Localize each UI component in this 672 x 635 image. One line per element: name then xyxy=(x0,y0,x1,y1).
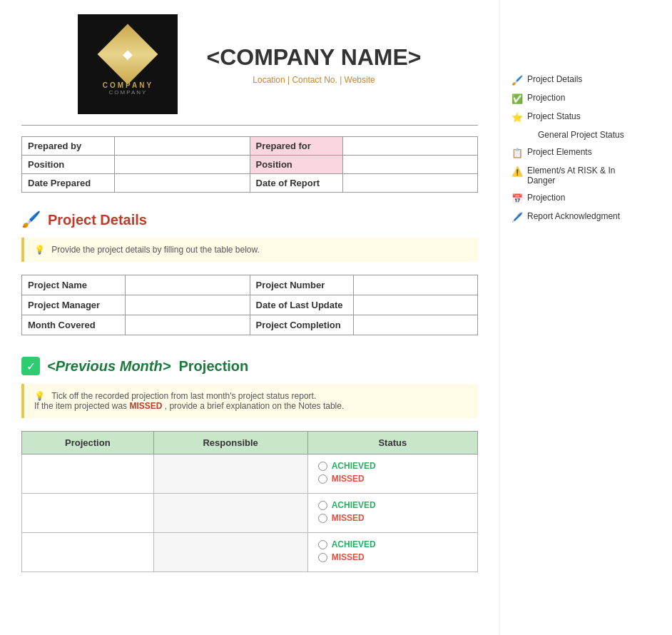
projection-checkbox-icon: ✓ xyxy=(21,357,40,375)
date-report-label: Date of Report xyxy=(250,174,342,193)
achieved-label-1: ACHIEVED xyxy=(332,500,376,510)
project-number-value[interactable] xyxy=(353,275,478,295)
position-label: Position xyxy=(22,156,115,174)
missed-radio-2[interactable] xyxy=(318,553,327,562)
projection-row: ACHIEVED MISSED xyxy=(22,533,478,572)
achieved-label-0: ACHIEVED xyxy=(332,461,376,471)
header-divider xyxy=(21,125,478,126)
sidebar-item-5[interactable]: ⚠️ Element/s At RISK & In Danger xyxy=(507,163,649,188)
project-details-table: Project Name Project Number Project Mana… xyxy=(21,275,478,335)
sidebar-item-2[interactable]: ⭐ Project Status xyxy=(507,108,649,126)
missed-label-1: MISSED xyxy=(332,513,365,523)
proj-cell-0[interactable] xyxy=(22,454,154,494)
project-completion-value[interactable] xyxy=(353,315,478,335)
status-cell-1: ACHIEVED MISSED xyxy=(307,494,477,533)
projection-heading: ✓ <Previous Month> Projection xyxy=(21,357,478,375)
achieved-label-2: ACHIEVED xyxy=(332,539,376,549)
sidebar-icon-4: 📋 xyxy=(511,148,523,158)
projection-table: Projection Responsible Status ACHIEVED M… xyxy=(21,431,478,572)
resp-cell-1[interactable] xyxy=(153,494,307,533)
date-prepared-label: Date Prepared xyxy=(22,174,115,193)
sidebar-label-2: Project Status xyxy=(527,111,581,121)
date-report-value[interactable] xyxy=(342,174,478,193)
achieved-option-0[interactable]: ACHIEVED xyxy=(318,461,472,471)
sidebar-item-3[interactable]: General Project Status xyxy=(507,127,649,143)
prepared-by-label: Prepared by xyxy=(22,137,115,156)
sidebar-icon-6: 📅 xyxy=(511,193,523,204)
sidebar-item-7[interactable]: 🖊️ Report Acknowledgment xyxy=(507,208,649,225)
missed-label-0: MISSED xyxy=(332,474,365,484)
sidebar-label-7: Report Acknowledgment xyxy=(527,211,620,221)
project-details-hint: 💡 Provide the project details by filling… xyxy=(21,238,478,262)
sidebar-label-4: Project Elements xyxy=(527,147,592,157)
prepared-for-label: Prepared for xyxy=(250,137,342,156)
missed-option-1[interactable]: MISSED xyxy=(318,513,472,523)
sidebar-icon-5: ⚠️ xyxy=(511,166,523,177)
logo-box: ◆ COMPANY COMPANY xyxy=(78,14,178,114)
missed-option-0[interactable]: MISSED xyxy=(318,474,472,484)
achieved-radio-2[interactable] xyxy=(318,540,327,549)
proj-cell-2[interactable] xyxy=(22,533,154,572)
sidebar-label-6: Projection xyxy=(527,193,565,203)
missed-label-2: MISSED xyxy=(332,552,365,562)
sidebar-label-0: Project Details xyxy=(527,74,582,84)
project-details-heading: 🖌️ Project Details xyxy=(21,210,478,229)
projection-hint-bulb-icon: 💡 xyxy=(34,391,45,401)
projection-hint-if: If the item projected was xyxy=(34,401,129,411)
sidebar-item-4[interactable]: 📋 Project Elements xyxy=(507,144,649,161)
sidebar-icon-7: 🖊️ xyxy=(511,212,523,223)
proj-cell-1[interactable] xyxy=(22,494,154,533)
logo-sub: COMPANY xyxy=(109,89,148,96)
sidebar-label-5: Element/s At RISK & In Danger xyxy=(527,166,645,186)
missed-radio-0[interactable] xyxy=(318,474,327,484)
sidebar-item-1[interactable]: ✅ Projection xyxy=(507,90,649,107)
projection-hint-line2-rest: , provide a brief explanation on the Not… xyxy=(165,401,345,411)
projection-hint-missed: MISSED xyxy=(129,401,162,411)
projection-hint-line1: Tick off the recorded projection from la… xyxy=(51,391,316,401)
achieved-option-2[interactable]: ACHIEVED xyxy=(318,539,472,549)
position-value[interactable] xyxy=(115,156,250,174)
sidebar: 🖌️ Project Details ✅ Projection ⭐ Projec… xyxy=(499,0,656,635)
projection-prefix: <Previous Month> xyxy=(47,358,170,374)
position-right-label: Position xyxy=(250,156,342,174)
projection-row: ACHIEVED MISSED xyxy=(22,454,478,494)
hint-bulb-icon: 💡 xyxy=(34,245,45,255)
sidebar-item-0[interactable]: 🖌️ Project Details xyxy=(507,71,649,88)
achieved-radio-0[interactable] xyxy=(318,462,327,471)
missed-option-2[interactable]: MISSED xyxy=(318,552,472,562)
prepared-table: Prepared by Prepared for Position Positi… xyxy=(21,136,478,193)
project-details-icon: 🖌️ xyxy=(21,210,41,229)
resp-cell-2[interactable] xyxy=(153,533,307,572)
projection-hint: 💡 Tick off the recorded projection from … xyxy=(21,384,478,418)
sidebar-icon-2: ⭐ xyxy=(511,112,523,123)
proj-col-responsible: Responsible xyxy=(153,432,307,454)
missed-radio-1[interactable] xyxy=(318,514,327,523)
proj-col-projection: Projection xyxy=(22,432,154,454)
project-details-hint-text: Provide the project details by filling o… xyxy=(51,245,260,255)
proj-col-status: Status xyxy=(307,432,477,454)
prepared-by-value[interactable] xyxy=(115,137,250,156)
date-prepared-value[interactable] xyxy=(115,174,250,193)
status-cell-2: ACHIEVED MISSED xyxy=(307,533,477,572)
project-completion-label: Project Completion xyxy=(250,315,353,335)
project-manager-value[interactable] xyxy=(126,295,250,315)
project-manager-label: Project Manager xyxy=(22,295,126,315)
resp-cell-0[interactable] xyxy=(153,454,307,494)
status-cell-0: ACHIEVED MISSED xyxy=(307,454,477,494)
sidebar-icon-1: ✅ xyxy=(511,93,523,104)
month-covered-label: Month Covered xyxy=(22,315,126,335)
projection-row: ACHIEVED MISSED xyxy=(22,494,478,533)
achieved-option-1[interactable]: ACHIEVED xyxy=(318,500,472,510)
company-contact: Location | Contact No. | Website xyxy=(206,75,421,85)
sidebar-label-3: General Project Status xyxy=(538,130,624,140)
position-right-value[interactable] xyxy=(342,156,478,174)
company-name: <COMPANY NAME> xyxy=(206,44,421,71)
project-name-value[interactable] xyxy=(126,275,250,295)
sidebar-item-6[interactable]: 📅 Projection xyxy=(507,190,649,207)
date-last-update-value[interactable] xyxy=(353,295,478,315)
month-covered-value[interactable] xyxy=(126,315,250,335)
prepared-for-value[interactable] xyxy=(342,137,478,156)
achieved-radio-1[interactable] xyxy=(318,501,327,510)
projection-title: <Previous Month> Projection xyxy=(47,358,248,375)
sidebar-label-1: Projection xyxy=(527,93,565,103)
